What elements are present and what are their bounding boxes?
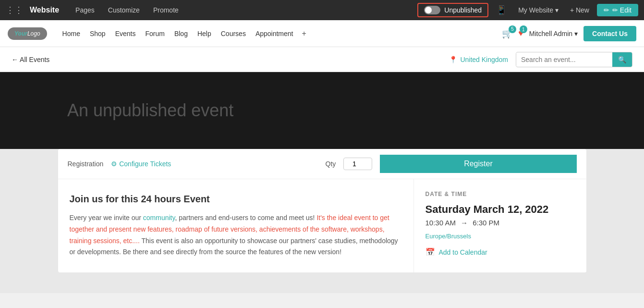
search-input[interactable] — [516, 53, 612, 66]
nav-help[interactable]: Help — [194, 30, 215, 37]
site-nav: Home Shop Events Forum Blog Help Courses… — [59, 29, 502, 38]
event-title: Join us for this 24 hours Event — [70, 194, 402, 205]
admin-nav-promote[interactable]: Promote — [148, 6, 183, 14]
wishlist-icon[interactable]: ♥ 1 — [518, 28, 523, 38]
admin-nav-pages[interactable]: Pages — [71, 6, 99, 14]
event-search-box: 🔍 — [516, 52, 632, 67]
nav-blog[interactable]: Blog — [170, 30, 192, 37]
location-pin-icon: 📍 — [449, 56, 457, 63]
community-link[interactable]: community — [143, 214, 175, 222]
hero-section: An unpublished event — [0, 72, 644, 149]
nav-home[interactable]: Home — [59, 30, 84, 37]
configure-tickets-link[interactable]: ⚙ Configure Tickets — [111, 160, 171, 168]
nav-courses[interactable]: Courses — [217, 30, 250, 37]
config-icon: ⚙ — [111, 160, 117, 168]
admin-nav-customize[interactable]: Customize — [103, 6, 145, 14]
search-button[interactable]: 🔍 — [612, 52, 632, 67]
time-arrow: → — [461, 219, 468, 227]
brand-label: Website — [30, 6, 59, 14]
website-nav: YourLogo Home Shop Events Forum Blog Hel… — [0, 20, 644, 47]
event-date: Saturday March 12, 2022 — [425, 203, 575, 216]
time-start: 10:30 AM — [425, 219, 456, 227]
mobile-preview-icon[interactable]: 📱 — [496, 5, 507, 15]
cart-badge: 5 — [509, 25, 516, 33]
edit-icon: ✏ — [604, 6, 609, 14]
user-menu[interactable]: Mitchell Admin ▾ — [529, 30, 578, 37]
nav-events[interactable]: Events — [111, 30, 140, 37]
logo-area[interactable]: YourLogo — [8, 27, 47, 40]
events-filter-bar: ← All Events 📍 United Kingdom 🔍 — [0, 47, 644, 72]
back-to-events-link[interactable]: ← All Events — [12, 56, 49, 63]
registration-label: Registration — [68, 160, 104, 168]
event-hero-title: An unpublished event — [67, 100, 233, 121]
add-calendar-link[interactable]: 📅 Add to Calendar — [425, 247, 575, 257]
contact-button[interactable]: Contact Us — [583, 26, 636, 41]
cart-icon[interactable]: 🛒 5 — [502, 28, 512, 39]
add-nav-icon[interactable]: + — [299, 29, 309, 38]
content-body: Join us for this 24 hours Event Every ye… — [58, 179, 586, 272]
event-sidebar: DATE & TIME Saturday March 12, 2022 10:3… — [413, 179, 586, 272]
edit-button[interactable]: ✏ ✏ Edit — [597, 4, 638, 16]
add-calendar-label: Add to Calendar — [439, 248, 487, 256]
logo[interactable]: YourLogo — [8, 27, 47, 40]
publish-toggle[interactable] — [424, 6, 440, 14]
registration-header: Registration ⚙ Configure Tickets Qty Reg… — [58, 149, 586, 179]
location-filter[interactable]: 📍 United Kingdom — [449, 56, 508, 63]
main-content: Registration ⚙ Configure Tickets Qty Reg… — [0, 149, 644, 293]
location-label: United Kingdom — [460, 56, 508, 63]
my-website-button[interactable]: My Website ▾ — [514, 6, 562, 14]
wishlist-badge: 1 — [520, 25, 527, 33]
qty-label: Qty — [326, 160, 336, 168]
event-time: 10:30 AM → 6:30 PM — [425, 219, 575, 227]
new-button[interactable]: + New — [566, 6, 593, 14]
nav-shop[interactable]: Shop — [86, 30, 109, 37]
nav-appointment[interactable]: Appointment — [252, 30, 297, 37]
grid-icon[interactable]: ⋮⋮ — [6, 5, 23, 15]
admin-bar: ⋮⋮ Website Pages Customize Promote Unpub… — [0, 0, 644, 20]
register-button[interactable]: Register — [380, 155, 576, 173]
event-description: Join us for this 24 hours Event Every ye… — [58, 179, 413, 272]
user-dropdown-icon: ▾ — [574, 30, 578, 37]
event-description-text: Every year we invite our community, part… — [70, 212, 402, 258]
user-name: Mitchell Admin — [529, 30, 572, 37]
unpublished-label: Unpublished — [444, 6, 482, 14]
nav-right: 🛒 5 ♥ 1 Mitchell Admin ▾ Contact Us — [502, 26, 636, 41]
time-end: 6:30 PM — [473, 219, 499, 227]
qty-input[interactable] — [343, 158, 372, 170]
date-time-label: DATE & TIME — [425, 191, 575, 197]
unpublished-button[interactable]: Unpublished — [417, 3, 488, 17]
registration-card: Registration ⚙ Configure Tickets Qty Reg… — [58, 149, 586, 272]
calendar-icon: 📅 — [425, 247, 435, 257]
timezone-label: Europe/Brussels — [425, 233, 575, 240]
nav-forum[interactable]: Forum — [141, 30, 168, 37]
configure-tickets-label: Configure Tickets — [119, 160, 171, 168]
